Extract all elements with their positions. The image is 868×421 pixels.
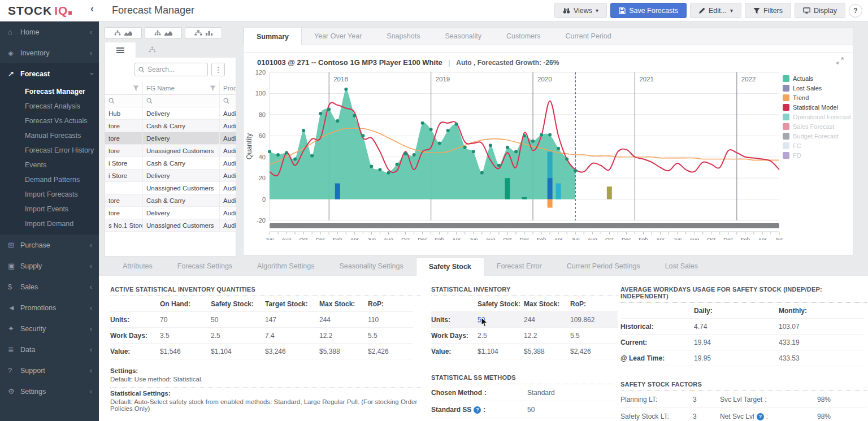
tab-snapshots[interactable]: Snapshots [374,28,432,45]
tab-attributes[interactable]: Attributes [110,257,165,275]
sidebar-item-forecast-vs-actuals[interactable]: Forecast Vs Actuals [0,114,99,128]
sidebar-item-purchase[interactable]: ⊞ Purchase ‹ [0,235,99,255]
sidebar-item-settings[interactable]: ⚙ Settings ‹ [0,381,99,402]
sidebar-item-import-forecasts[interactable]: Import Forecasts [0,187,99,202]
help-icon[interactable]: ? [757,413,764,420]
column-filter-input[interactable] [143,95,220,107]
tab-safety-stock[interactable]: Safety Stock [416,257,484,276]
tab-current-period[interactable]: Current Period [553,28,623,45]
tab-current-period-settings[interactable]: Current Period Settings [554,257,653,275]
legend-item-sales-forecast[interactable]: Sales Forecast [783,121,849,131]
legend-item-statistical-model[interactable]: Statistical Model [783,102,849,112]
svg-text:Jun: Jun [673,236,682,240]
tab-list-view[interactable] [105,42,136,58]
column-header-fg-name[interactable]: FG Name [143,81,220,95]
sidebar-item-home[interactable]: ⌂ Home ‹ [0,21,99,42]
tab-seasonality[interactable]: Seasonality [432,28,494,45]
supply-truck-icon: ▣ [8,262,20,270]
forecast-chart[interactable]: -20020406080100120Quantity20182019202020… [245,68,783,240]
tab-forecast-settings[interactable]: Forecast Settings [165,257,245,275]
save-forecasts-button[interactable]: Save Forecasts [610,3,687,18]
item-grid-panel: ⋮ FG Name Product C HubDeliveryAudio tor… [105,27,236,257]
view-toggle-tree-chart-1[interactable] [105,27,142,38]
table-row[interactable]: toreDeliveryAudio [105,207,236,219]
row-label: Current: [620,335,694,350]
search-input[interactable] [147,66,199,73]
tab-forecast-error[interactable]: Forecast Error [484,257,554,275]
settings-text: Default: Use method: Statistical. [110,376,421,383]
column-filter-input[interactable] [220,95,236,107]
table-row[interactable]: toreUnassigned CustomersAudio [105,145,236,157]
grid-options-kebab-button[interactable]: ⋮ [211,63,225,76]
legend-item-fd[interactable]: FD [783,150,849,160]
sidebar-item-sales[interactable]: $ Sales ‹ [0,276,99,297]
help-icon[interactable]: ? [474,406,481,414]
legend-item-fc[interactable]: FC [783,141,849,150]
table-row[interactable]: i StoreDeliveryAudio [105,170,236,182]
sidebar-item-events[interactable]: Events [0,158,99,172]
tab-customers[interactable]: Customers [494,28,553,45]
tab-year-over-year[interactable]: Year Over Year [302,28,374,45]
tab-hierarchy-view[interactable] [136,42,168,58]
sidebar-collapse-button[interactable]: ‹ [90,3,94,15]
awu-table: Daily: Monthly: Historical: 4.74 103.07 … [620,303,867,366]
table-row[interactable]: i StoreCash & CarryAudio [105,157,236,170]
column-filter-input[interactable] [105,95,143,107]
sidebar-item-support[interactable]: ? Support ‹ [0,360,99,381]
chevron-left-icon: ‹ [90,345,92,354]
sidebar-item-forecast-analysis[interactable]: Forecast Analysis [0,99,99,114]
tab-seasonality-settings[interactable]: Seasonality Settings [327,257,416,275]
ssf-row-planning: Planning LT: 3 Svc Lvl Target: 98% [620,391,867,408]
sidebar-item-supply[interactable]: ▣ Supply ‹ [0,255,99,276]
column-header-product-category[interactable]: Product C [220,81,236,95]
legend-item-lost-sales[interactable]: Lost Sales [783,83,849,93]
sidebar-item-manual-forecasts[interactable]: Manual Forecasts [0,128,99,143]
sidebar-item-security[interactable]: ✦ Security ‹ [0,318,99,339]
statistical-settings-label: Statistical Settings: [110,388,421,398]
view-toggle-tree-chart-3[interactable] [185,27,222,38]
sidebar-item-import-events[interactable]: Import Events [0,202,99,216]
cell-value: 433.19 [779,335,863,350]
sidebar-item-forecast[interactable]: ↗ Forecast ‹ [0,63,99,84]
help-button[interactable]: ? [849,4,862,18]
table-row-selected[interactable]: toreDeliveryAudio [105,132,236,145]
cell-value: $3,246 [265,344,319,359]
sidebar-item-forecast-error-history[interactable]: Forecast Error History [0,143,99,158]
sidebar-item-data[interactable]: ≣ Data ‹ [0,339,99,360]
filters-button[interactable]: Filters [745,3,791,18]
svg-text:120: 120 [255,69,266,76]
svg-text:40: 40 [259,154,266,160]
expand-chart-icon[interactable] [836,57,844,66]
tab-summary[interactable]: Summary [244,28,302,45]
view-toggle-tree-chart-2[interactable] [145,27,182,38]
safety-stock-units-link[interactable]: 50 [478,316,485,324]
table-row[interactable]: toreCash & CarryAudio [105,120,236,132]
views-button[interactable]: Views ▾ [554,3,607,18]
sidebar-item-label: Sales [20,283,90,291]
svg-text:0: 0 [262,196,266,203]
display-button[interactable]: Display [795,3,845,18]
table-row[interactable]: toreCash & CarryAudio [105,194,236,207]
svg-text:Jun: Jun [265,236,274,240]
sidebar-item-import-demand[interactable]: Import Demand [0,216,99,231]
tab-lost-sales[interactable]: Lost Sales [653,257,710,275]
sidebar-item-demand-patterns[interactable]: Demand Patterns [0,172,99,187]
sidebar-item-inventory[interactable]: ◈ Inventory ‹ [0,42,99,63]
tab-algorithm-settings[interactable]: Algorithm Settings [245,257,327,275]
edit-button[interactable]: Edit... ▾ [690,3,741,18]
sidebar-item-promotions[interactable]: ◄ Promotions ‹ [0,297,99,318]
legend-item-actuals[interactable]: Actuals [783,73,849,83]
legend-item-budget-forecast[interactable]: Budget Forecast [783,131,849,141]
table-row[interactable]: HubDeliveryAudio [105,107,236,120]
table-row[interactable]: Unassigned CustomersAudio [105,182,236,194]
svg-text:Dec: Dec [723,236,733,240]
column-header[interactable] [105,81,143,95]
grid-filter-row [105,95,236,107]
table-row[interactable]: s No.1 StoreUnassigned CustomersAudio [105,219,236,232]
legend-item-trend[interactable]: Trend [783,93,849,102]
cell-value: 3 [693,413,720,420]
sidebar-item-label: Home [20,28,90,36]
sidebar-item-forecast-manager[interactable]: Forecast Manager [0,84,99,99]
legend-item-operational-forecast[interactable]: Operational Forecast [783,112,849,121]
grid-search-box[interactable] [134,63,208,76]
